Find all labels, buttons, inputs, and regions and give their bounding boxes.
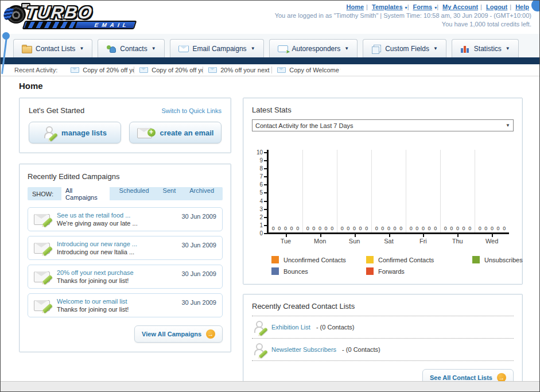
contact-lists: Exhibition List - (0 Contacts) Newslette… [252, 316, 514, 361]
header-nav-link[interactable]: Logout [486, 3, 507, 10]
x-tick-label: Sat [372, 234, 406, 244]
footer-strip [1, 381, 539, 391]
x-tick-label: Fri [406, 234, 440, 244]
main-content: Home Let's Get Started Switch to Quick L… [1, 76, 539, 382]
nav-tab[interactable]: Contacts ▼ [98, 39, 164, 57]
nav-tab-label: Autoresponders [292, 45, 341, 53]
campaign-date: 30 Jun 2009 [181, 213, 216, 220]
stats-period-select[interactable]: Contact Activity for the Last 7 Days ▼ [252, 119, 514, 131]
header-link-wrap: Forms▾| [411, 3, 439, 10]
person-pencil-icon [253, 343, 266, 356]
contact-lists-panel-title: Recently Created Contact Lists [252, 302, 514, 311]
legend-item: Unconfirmed Contacts [271, 256, 366, 263]
campaign-filter[interactable]: Scheduled [115, 186, 153, 202]
login-status-text: You are logged in as "Timothy Smith" | S… [275, 12, 531, 19]
legend-swatch [472, 256, 480, 263]
contact-list-row[interactable]: Exhibition List - (0 Contacts) [252, 316, 514, 339]
recent-activity-item-label: Copy of 20% off yc [151, 67, 203, 73]
header-nav-link[interactable]: Forms [413, 3, 433, 10]
get-started-title: Let's Get Started [29, 106, 84, 115]
y-tick-label: 3 [259, 207, 267, 212]
chevron-down-icon: ▼ [251, 46, 255, 51]
chevron-down-icon: ▼ [506, 123, 510, 128]
contact-list-name-link[interactable]: Exhibition List [271, 324, 310, 331]
legend-item: Bounces [271, 267, 366, 275]
campaign-subtitle: Thanks for joining our list! [57, 277, 174, 284]
campaign-subtitle: We're giving away our late ... [57, 220, 174, 227]
x-tick-label: Mon [303, 234, 337, 244]
navy-divider-bar [1, 57, 539, 64]
orange-arrow-icon: → [206, 329, 215, 339]
chevron-down-icon: ▼ [433, 46, 438, 51]
latest-stats-panel: Latest Stats Contact Activity for the La… [243, 98, 523, 285]
manage-lists-button[interactable]: manage lists [29, 122, 121, 143]
app-window: TURBO EMAIL Home| Templates▾| Forms▾| My… [0, 0, 540, 392]
create-an-email-button[interactable]: + create an email [129, 122, 222, 143]
campaign-filter[interactable]: All Campaigns [61, 186, 109, 202]
recent-activity-item[interactable]: 20% off your next [203, 67, 272, 73]
campaign-title-link[interactable]: Welcome to our email list [57, 298, 174, 305]
statistics-chart-icon [460, 45, 470, 53]
chevron-down-icon: ▼ [151, 46, 156, 51]
y-tick-label: 2 [259, 215, 267, 220]
nav-tab[interactable]: Custom Fields ▼ [363, 39, 446, 57]
nav-tab[interactable]: Autoresponders ▼ [269, 39, 358, 57]
recent-activity-item[interactable]: Copy of 20% off yc [65, 67, 134, 73]
contact-list-name-link[interactable]: Newsletter Subscribers [271, 346, 336, 353]
show-label: SHOW: [32, 191, 53, 197]
y-tick-label: 8 [259, 166, 267, 172]
contact-list-row[interactable]: Newsletter Subscribers - (0 Contacts) [252, 339, 514, 361]
campaign-title-link[interactable]: See us at the retail food ... [57, 212, 174, 219]
recent-activity-items: Copy of 20% off yc Copy of 20% off yc 20… [65, 67, 341, 73]
y-tick-label: 5 [259, 190, 267, 196]
x-tick-label: Thu [440, 234, 475, 244]
campaign-filter[interactable]: Archived [185, 186, 218, 202]
logo-subtitle: EMAIL [94, 22, 131, 28]
chevron-down-icon: ▼ [79, 46, 84, 51]
switch-to-quick-links-link[interactable]: Switch to Quick Links [161, 107, 222, 114]
y-tick-label: 6 [259, 182, 267, 188]
header-link-wrap: Templates▾| [370, 3, 409, 10]
envelope-pencil-icon [34, 214, 50, 225]
y-tick-label: 1 [259, 223, 267, 228]
recent-activity-label: Recent Activity: [14, 67, 57, 73]
campaign-row[interactable]: 20% off your next purchase Thanks for jo… [28, 265, 223, 289]
campaign-title-link[interactable]: Introducing our new range ... [57, 240, 174, 247]
legend-item: Unsubscribes [472, 256, 523, 263]
recent-activity-item[interactable]: Copy of 20% off yc [134, 67, 203, 73]
page-title: Home [19, 81, 539, 91]
recently-created-contact-lists-panel: Recently Created Contact Lists Exhibitio… [243, 294, 523, 392]
email-envelope-icon [178, 45, 189, 52]
envelope-pencil-icon [34, 243, 50, 254]
nav-tab[interactable]: Statistics ▼ [452, 39, 519, 57]
contact-activity-chart: 109876543210 000000000000000000000000000… [252, 150, 514, 244]
header-nav-link[interactable]: Home [347, 3, 364, 10]
view-all-campaigns-button[interactable]: View All Campaigns → [134, 325, 223, 343]
get-started-panel: Let's Get Started Switch to Quick Links … [19, 98, 231, 153]
custom-fields-pages-icon [371, 45, 381, 53]
nav-tab-label: Custom Fields [385, 45, 429, 53]
header-nav-link[interactable]: Templates [372, 3, 403, 10]
header-link-wrap: Help [513, 3, 531, 10]
campaign-row[interactable]: See us at the retail food ... We're givi… [28, 207, 223, 231]
y-tick-label: 0 [259, 231, 267, 236]
recent-activity-item[interactable]: Copy of Welcome tx [272, 67, 341, 73]
campaign-row[interactable]: Introducing our new range ... Introducin… [28, 236, 223, 260]
chart-day-column: 00000 [475, 150, 509, 232]
chart-plot-area: 00000000000000000000000000000000000 [267, 150, 509, 234]
campaign-filter[interactable]: Sent [159, 186, 180, 202]
header-link-wrap: Home| [344, 3, 368, 10]
chevron-down-icon: ▼ [344, 46, 349, 51]
contact-list-count: - (0 Contacts) [342, 346, 380, 353]
header-nav-link[interactable]: My Account [442, 3, 478, 10]
person-pencil-icon [43, 126, 56, 139]
nav-tab[interactable]: Email Campaigns ▼ [170, 39, 264, 57]
credits-text: You have 1,000 total credits left. [275, 21, 531, 28]
nav-tab[interactable]: Contact Lists ▼ [13, 39, 92, 57]
header-link-wrap: Logout| [484, 3, 511, 10]
header-nav-link[interactable]: Help [515, 3, 529, 10]
campaign-title-link[interactable]: 20% off your next purchase [57, 269, 174, 276]
campaign-row[interactable]: Welcome to our email list Thanks for joi… [28, 293, 223, 317]
logo-banner: EMAIL [22, 21, 137, 29]
chart-y-axis: 109876543210 [252, 150, 267, 236]
